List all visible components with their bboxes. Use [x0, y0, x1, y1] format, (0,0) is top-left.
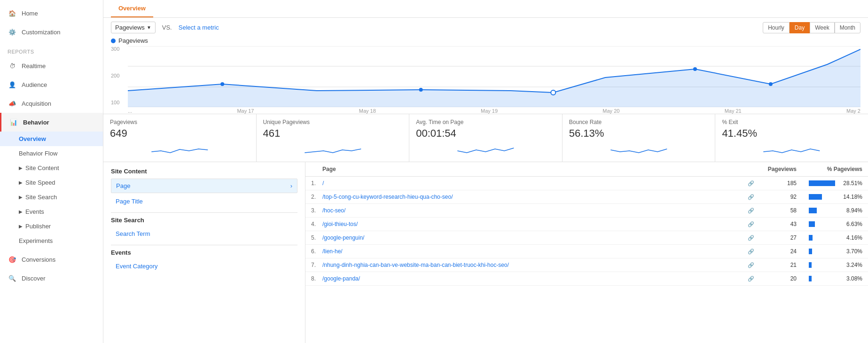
row-link-icon-6: 🔗: [748, 262, 759, 268]
row-num-4: 5.: [311, 234, 322, 241]
row-bar-container-1: [809, 194, 837, 200]
table-row: 3. /hoc-seo/ 🔗 58 8.94%: [305, 204, 868, 218]
sidebar-item-home[interactable]: 🏠 Home: [0, 4, 103, 23]
sidebar-label-overview: Overview: [19, 135, 46, 142]
bottom-content: Site Content Page › Page Title Site Sear…: [103, 162, 868, 343]
x-label-may19: May 19: [481, 108, 498, 114]
table-row: 7. /nhung-dinh-nghia-can-ban-ve-website-…: [305, 258, 868, 272]
time-btn-day[interactable]: Day: [790, 22, 810, 33]
sidebar-item-behavior[interactable]: 📊 Behavior: [0, 113, 103, 132]
panel-item-page[interactable]: Page ›: [111, 179, 297, 193]
row-bar-container-6: [809, 262, 837, 268]
select-metric-link[interactable]: Select a metric: [179, 24, 219, 31]
y-label-200: 200: [111, 73, 119, 78]
table-body: 1. / 🔗 185 28.51% 2. /top-5-cong-cu-keyw…: [305, 177, 868, 286]
x-label-may17: May 17: [237, 108, 254, 114]
chart-legend-label: Pageviews: [118, 37, 148, 44]
metric-title-pageviews: Pageviews: [110, 119, 250, 125]
row-bar-container-4: [809, 235, 837, 241]
time-buttons: Hourly Day Week Month: [763, 22, 860, 33]
row-pv-6: 21: [759, 262, 797, 268]
panel-item-search-term[interactable]: Search Term: [111, 227, 297, 240]
sparkline-bounce: [569, 142, 709, 156]
sidebar-item-audience[interactable]: 👤 Audience: [0, 75, 103, 94]
row-bar-7: [809, 276, 812, 281]
sidebar-item-conversions[interactable]: 🎯 Conversions: [0, 250, 103, 269]
row-num-2: 3.: [311, 207, 322, 214]
row-page-3[interactable]: /gioi-thieu-tos/: [322, 221, 748, 227]
behavior-icon: 📊: [9, 117, 18, 127]
row-page-0[interactable]: /: [322, 180, 748, 187]
sidebar-subitem-site-speed[interactable]: ▶ Site Speed: [0, 175, 103, 190]
panel-event-category-label: Event Category: [116, 263, 158, 270]
acquisition-icon: 📣: [8, 99, 17, 108]
metric-value-bounce: 56.13%: [569, 127, 709, 140]
panel-page-label: Page: [116, 182, 130, 189]
sidebar-label-site-search: Site Search: [25, 194, 57, 201]
row-page-5[interactable]: /lien-he/: [322, 248, 748, 255]
row-pct-5: 3.70%: [797, 248, 862, 255]
row-page-1[interactable]: /top-5-cong-cu-keyword-research-hieu-qua…: [322, 194, 748, 200]
conversions-icon: 🎯: [8, 255, 17, 264]
time-btn-week[interactable]: Week: [810, 22, 834, 33]
divider-2: [111, 245, 297, 245]
main-content: Overview Pageviews ▼ VS. Select a metric…: [103, 0, 868, 343]
sidebar-item-customization[interactable]: ⚙️ Customization: [0, 23, 103, 41]
metric-title-avg-time: Avg. Time on Page: [416, 119, 555, 125]
chart-svg: [128, 46, 860, 107]
row-num-6: 7.: [311, 262, 322, 268]
table-row: 8. /google-panda/ 🔗 20 3.08%: [305, 272, 868, 286]
time-btn-month[interactable]: Month: [835, 22, 860, 33]
time-btn-hourly[interactable]: Hourly: [763, 22, 790, 33]
site-content-section: Site Content Page › Page Title: [111, 168, 297, 208]
sidebar-subitem-experiments[interactable]: Experiments: [0, 234, 103, 248]
row-link-icon-0: 🔗: [748, 180, 759, 187]
panel-search-term-label: Search Term: [116, 230, 150, 237]
metric-title-unique: Unique Pageviews: [263, 119, 403, 125]
row-bar-container-2: [809, 208, 837, 213]
tab-overview[interactable]: Overview: [111, 0, 153, 17]
row-link-icon-4: 🔗: [748, 235, 759, 241]
row-pct-4: 4.16%: [797, 234, 862, 241]
row-pct-text-0: 28.51%: [840, 180, 862, 187]
metric-select[interactable]: Pageviews ▼: [111, 22, 156, 33]
sidebar-subitem-site-content[interactable]: ▶ Site Content: [0, 161, 103, 175]
expand-icon-events: ▶: [19, 209, 23, 214]
sidebar-subitem-site-search[interactable]: ▶ Site Search: [0, 190, 103, 204]
panel-item-event-category[interactable]: Event Category: [111, 260, 297, 273]
row-bar-4: [809, 235, 813, 241]
site-search-section: Site Search Search Term: [111, 217, 297, 240]
row-page-4[interactable]: /google-penguin/: [322, 234, 748, 241]
row-bar-5: [809, 249, 812, 254]
row-pct-text-4: 4.16%: [840, 234, 862, 241]
row-link-icon-3: 🔗: [748, 221, 759, 227]
sidebar-label-publisher: Publisher: [25, 223, 51, 230]
site-search-title: Site Search: [111, 217, 297, 224]
customization-icon: ⚙️: [8, 27, 17, 37]
audience-icon: 👤: [8, 80, 17, 89]
sidebar-item-realtime[interactable]: ⏱ Realtime: [0, 56, 103, 75]
row-bar-container-3: [809, 221, 837, 227]
chart-legend: Pageviews: [111, 37, 860, 44]
sidebar-item-acquisition[interactable]: 📣 Acquisition: [0, 94, 103, 113]
row-page-2[interactable]: /hoc-seo/: [322, 207, 748, 214]
sidebar-item-discover[interactable]: 🔍 Discover: [0, 269, 103, 288]
svg-point-5: [220, 82, 224, 86]
table-row: 1. / 🔗 185 28.51%: [305, 177, 868, 190]
sidebar-subitem-publisher[interactable]: ▶ Publisher: [0, 219, 103, 234]
sidebar-subitem-behavior-flow[interactable]: Behavior Flow: [0, 146, 103, 161]
row-pct-6: 3.24%: [797, 262, 862, 268]
sparkline-avg-time: [416, 142, 555, 156]
sidebar-subitem-overview[interactable]: Overview: [0, 132, 103, 146]
row-link-icon-7: 🔗: [748, 276, 759, 282]
row-link-icon-1: 🔗: [748, 194, 759, 200]
panel-item-page-title[interactable]: Page Title: [111, 195, 297, 208]
row-page-7[interactable]: /google-panda/: [322, 275, 748, 282]
legend-dot: [111, 39, 116, 43]
table-header: Page Pageviews % Pageviews: [305, 162, 868, 177]
metric-card-pageviews: Pageviews 649: [103, 114, 257, 162]
row-bar-3: [809, 221, 815, 227]
row-page-6[interactable]: /nhung-dinh-nghia-can-ban-ve-website-ma-…: [322, 262, 748, 268]
divider-1: [111, 212, 297, 213]
sidebar-subitem-events[interactable]: ▶ Events: [0, 204, 103, 219]
